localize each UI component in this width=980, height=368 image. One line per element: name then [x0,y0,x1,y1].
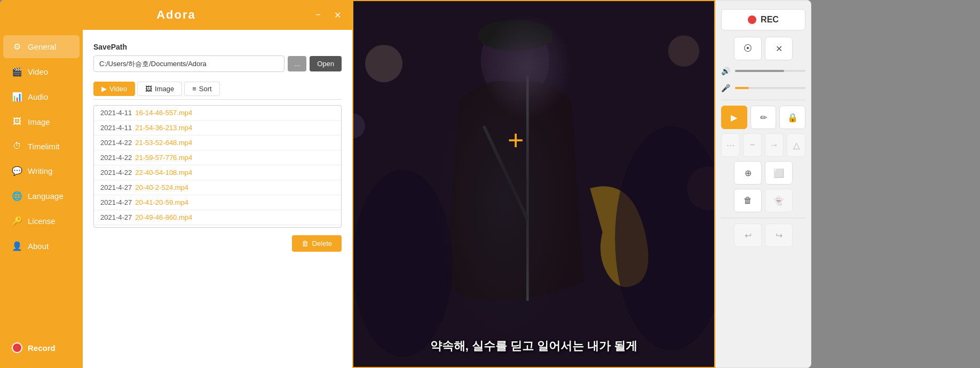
sidebar-item-license[interactable]: 🔑 License [3,210,80,233]
sidebar-item-writing[interactable]: 💬 Writing [3,159,80,182]
shapes-tool-button: △ [787,133,805,157]
list-item[interactable]: 2021-4-2720-40-2-524.mp4 [94,180,341,195]
tool-row-3: ⊕ ⬜ [721,161,805,185]
path-row: ... Open [93,55,342,72]
multi-icon: ⊕ [745,168,752,178]
open-button[interactable]: Open [310,56,342,71]
cursor-tool-button[interactable]: ▶ [721,106,747,129]
file-date: 2021-4-27 [100,213,132,221]
singer-figure [353,1,714,367]
browse-button[interactable]: ... [288,56,306,71]
shapes-icon: △ [793,140,800,150]
more-tool-button: ⋯ [721,133,740,157]
trash-tool-button[interactable]: 🗑 [734,189,762,212]
multi-tool-button[interactable]: ⊕ [734,161,762,185]
app-title: Adora [156,8,196,22]
pen-tool-button[interactable]: ✏ [750,106,777,129]
video-placeholder: + 약속해, 실수를 딛고 일어서는 내가 될게 [353,1,714,367]
redo-button[interactable]: ↪ [765,223,793,247]
trash-icon: 🗑 [302,239,309,247]
record-button[interactable]: Record [3,336,80,359]
more-icon: ⋯ [726,140,735,150]
tab-image[interactable]: 🖼 Image [137,82,182,96]
sort-tab-icon: ≡ [192,85,196,93]
file-date: 2021-4-22 [100,169,132,177]
save-path-label: SavePath [93,43,342,51]
record-label: Record [28,343,56,353]
close-tool-button[interactable]: ✕ [765,37,793,60]
camera-button[interactable]: ⦿ [734,37,762,60]
app-body: ⚙ General 🎬 Video 📊 Audio 🖼 Image ⏱ Time… [0,30,352,368]
tab-video[interactable]: ▶ Video [93,82,135,96]
list-item[interactable]: 2021-5-711-28-20-65.mp4 [94,225,341,228]
sidebar-item-video[interactable]: 🎬 Video [3,60,80,83]
file-name: 20-49-46-860.mp4 [135,213,192,221]
undo-icon: ↩ [745,230,752,241]
close-icon: ✕ [776,44,783,54]
timelimit-icon: ⏱ [12,141,22,151]
sidebar-label-image: Image [28,117,50,126]
crosshair: + [508,126,524,154]
audio-icon: 📊 [12,92,22,102]
volume-row: 🔊 [721,65,805,77]
file-date: 2021-4-27 [100,198,132,206]
file-name: 22-40-54-108.mp4 [135,169,192,177]
sidebar-item-image[interactable]: 🖼 Image [3,110,80,133]
speaker-icon: 🔊 [721,67,732,75]
tab-sort[interactable]: ≡ Sort [184,82,219,96]
file-date: 2021-4-11 [100,124,132,132]
video-icon: 🎬 [12,67,22,77]
list-item[interactable]: 2021-4-1116-14-46-557.mp4 [94,106,341,121]
sidebar-item-timelimit[interactable]: ⏱ Timelimit [3,135,80,157]
list-item[interactable]: 2021-4-2221-53-52-648.mp4 [94,135,341,150]
path-input[interactable] [93,55,284,72]
list-item[interactable]: 2021-4-2720-49-46-860.mp4 [94,210,341,225]
list-item[interactable]: 2021-4-2222-40-54-108.mp4 [94,165,341,180]
lock-icon: 🔒 [787,113,798,123]
license-icon: 🔑 [12,216,22,226]
language-icon: 🌐 [12,191,22,201]
sidebar-label-about: About [28,242,49,251]
file-date: 2021-4-11 [100,109,132,117]
mic-slider[interactable] [735,87,805,89]
video-tab-label: Video [109,85,127,93]
camera-icon: ⦿ [744,44,752,53]
eraser-tool-button[interactable]: ⬜ [765,161,793,185]
right-panel: REC ⦿ ✕ 🔊 🎤 ▶ ✏ 🔒 ⋯ [715,0,811,368]
file-date: 2021-4-22 [100,139,132,147]
list-item[interactable]: 2021-4-1121-54-36-213.mp4 [94,121,341,135]
file-list: 2021-4-1116-14-46-557.mp42021-4-1121-54-… [93,105,342,228]
redo-icon: ↪ [776,230,783,241]
video-area: + 약속해, 실수를 딛고 일어서는 내가 될게 [352,0,715,368]
undo-button[interactable]: ↩ [734,223,762,247]
sidebar-item-about[interactable]: 👤 About [3,235,80,258]
sidebar-label-writing: Writing [28,166,52,175]
minimize-button[interactable]: − [312,9,325,21]
sidebar-bottom: Record [0,332,83,364]
file-name: 21-53-52-648.mp4 [135,139,192,147]
minus-tool-button: − [743,133,762,157]
list-item[interactable]: 2021-4-2221-59-57-776.mp4 [94,150,341,165]
file-name: 20-41-20-59.mp4 [135,198,188,206]
mic-fill [735,87,749,89]
sidebar-item-audio[interactable]: 📊 Audio [3,85,80,108]
subtitle-bar: 약속해, 실수를 딛고 일어서는 내가 될게 [353,336,714,356]
pen-icon: ✏ [760,113,767,123]
sidebar-label-language: Language [28,191,64,201]
list-item[interactable]: 2021-4-2720-41-20-59.mp4 [94,195,341,210]
sidebar-item-general[interactable]: ⚙ General [3,35,80,58]
mic-icon: 🎤 [721,84,732,92]
sidebar-item-language[interactable]: 🌐 Language [3,185,80,207]
tool-row-1: ▶ ✏ 🔒 [721,106,805,129]
delete-button[interactable]: 🗑 Delete [292,235,342,252]
mic-row: 🎤 [721,82,805,94]
title-bar: Adora − ✕ [0,0,352,30]
rec-button[interactable]: REC [721,9,805,30]
volume-slider[interactable] [735,70,805,72]
record-dot [12,342,22,353]
lock-tool-button[interactable]: 🔒 [779,106,805,129]
close-button[interactable]: ✕ [331,9,344,21]
separator-2 [721,218,805,218]
about-icon: 👤 [12,241,22,251]
file-name: 16-14-46-557.mp4 [135,109,192,117]
